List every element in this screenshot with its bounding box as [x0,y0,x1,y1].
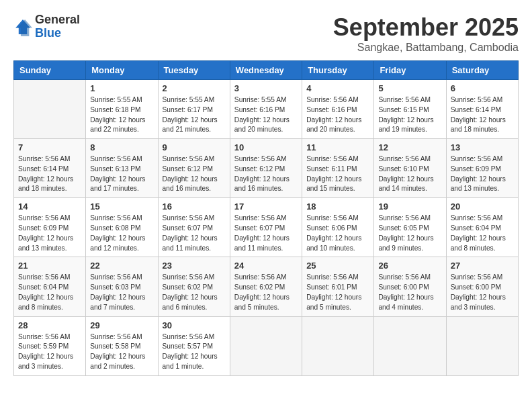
day-info: Sunrise: 5:56 AM Sunset: 6:00 PM Dayligh… [451,273,514,312]
day-header-saturday: Saturday [446,61,518,80]
calendar-cell: 17Sunrise: 5:56 AM Sunset: 6:07 PM Dayli… [230,198,302,257]
day-info: Sunrise: 5:56 AM Sunset: 6:00 PM Dayligh… [378,273,441,312]
day-number: 12 [378,142,441,152]
calendar-cell: 21Sunrise: 5:56 AM Sunset: 6:04 PM Dayli… [14,257,86,316]
calendar-cell: 27Sunrise: 5:56 AM Sunset: 6:00 PM Dayli… [446,257,518,316]
day-number: 26 [378,261,441,271]
day-number: 15 [90,201,153,212]
calendar-cell: 20Sunrise: 5:56 AM Sunset: 6:04 PM Dayli… [446,198,518,257]
day-info: Sunrise: 5:56 AM Sunset: 5:57 PM Dayligh… [163,332,226,372]
day-number: 21 [18,261,81,271]
day-info: Sunrise: 5:56 AM Sunset: 6:06 PM Dayligh… [306,214,369,253]
title-area: September 2025 Sangkae, Battambang, Camb… [333,13,519,54]
calendar-cell: 25Sunrise: 5:56 AM Sunset: 6:01 PM Dayli… [302,257,374,316]
day-number: 7 [18,142,81,152]
day-number: 23 [163,261,226,271]
day-header-wednesday: Wednesday [230,61,302,80]
day-info: Sunrise: 5:56 AM Sunset: 5:59 PM Dayligh… [18,332,81,372]
calendar-cell [374,316,446,375]
calendar-header-row: SundayMondayTuesdayWednesdayThursdayFrid… [14,61,519,80]
day-number: 1 [90,83,153,93]
day-info: Sunrise: 5:56 AM Sunset: 6:09 PM Dayligh… [451,154,514,194]
day-info: Sunrise: 5:56 AM Sunset: 6:11 PM Dayligh… [306,154,369,194]
day-number: 22 [90,261,153,271]
day-number: 4 [306,83,369,93]
day-info: Sunrise: 5:56 AM Sunset: 6:01 PM Dayligh… [306,273,369,312]
day-number: 16 [163,201,226,212]
calendar-week-4: 21Sunrise: 5:56 AM Sunset: 6:04 PM Dayli… [14,257,519,316]
day-info: Sunrise: 5:56 AM Sunset: 6:05 PM Dayligh… [378,214,441,253]
day-number: 10 [234,142,298,152]
calendar-cell: 10Sunrise: 5:56 AM Sunset: 6:12 PM Dayli… [230,139,302,198]
day-info: Sunrise: 5:56 AM Sunset: 6:02 PM Dayligh… [234,273,298,312]
day-number: 18 [306,201,369,212]
day-number: 14 [18,201,81,212]
calendar-cell: 22Sunrise: 5:56 AM Sunset: 6:03 PM Dayli… [86,257,158,316]
calendar-cell: 6Sunrise: 5:56 AM Sunset: 6:14 PM Daylig… [446,80,518,139]
calendar-cell: 11Sunrise: 5:56 AM Sunset: 6:11 PM Dayli… [302,139,374,198]
location-subtitle: Sangkae, Battambang, Cambodia [333,42,519,54]
calendar-week-3: 14Sunrise: 5:56 AM Sunset: 6:09 PM Dayli… [14,198,519,257]
day-info: Sunrise: 5:56 AM Sunset: 6:13 PM Dayligh… [90,154,153,194]
day-info: Sunrise: 5:56 AM Sunset: 6:04 PM Dayligh… [451,214,514,253]
month-title: September 2025 [333,13,519,42]
calendar-table: SundayMondayTuesdayWednesdayThursdayFrid… [13,60,519,376]
day-info: Sunrise: 5:56 AM Sunset: 6:07 PM Dayligh… [234,214,298,253]
calendar-cell: 9Sunrise: 5:56 AM Sunset: 6:12 PM Daylig… [158,139,230,198]
day-info: Sunrise: 5:55 AM Sunset: 6:16 PM Dayligh… [234,95,298,135]
day-number: 9 [163,142,226,152]
day-info: Sunrise: 5:56 AM Sunset: 6:14 PM Dayligh… [18,154,81,194]
calendar-cell: 4Sunrise: 5:56 AM Sunset: 6:16 PM Daylig… [302,80,374,139]
calendar-cell: 12Sunrise: 5:56 AM Sunset: 6:10 PM Dayli… [374,139,446,198]
calendar-week-2: 7Sunrise: 5:56 AM Sunset: 6:14 PM Daylig… [14,139,519,198]
day-header-monday: Monday [86,61,158,80]
day-number: 2 [163,83,226,93]
day-number: 3 [234,83,298,93]
day-number: 25 [306,261,369,271]
day-number: 20 [451,201,514,212]
day-info: Sunrise: 5:56 AM Sunset: 6:15 PM Dayligh… [378,95,441,135]
day-number: 13 [451,142,514,152]
calendar-cell: 23Sunrise: 5:56 AM Sunset: 6:02 PM Dayli… [158,257,230,316]
day-info: Sunrise: 5:56 AM Sunset: 6:04 PM Dayligh… [18,273,81,312]
logo-icon [13,17,32,36]
logo: General Blue [13,13,80,40]
day-info: Sunrise: 5:55 AM Sunset: 6:17 PM Dayligh… [163,95,226,135]
calendar-cell: 18Sunrise: 5:56 AM Sunset: 6:06 PM Dayli… [302,198,374,257]
calendar-cell [230,316,302,375]
day-header-friday: Friday [374,61,446,80]
calendar-cell [302,316,374,375]
calendar-cell: 7Sunrise: 5:56 AM Sunset: 6:14 PM Daylig… [14,139,86,198]
day-number: 11 [306,142,369,152]
calendar-cell: 1Sunrise: 5:55 AM Sunset: 6:18 PM Daylig… [86,80,158,139]
calendar-cell: 15Sunrise: 5:56 AM Sunset: 6:08 PM Dayli… [86,198,158,257]
day-number: 8 [90,142,153,152]
day-number: 17 [234,201,298,212]
day-info: Sunrise: 5:56 AM Sunset: 6:10 PM Dayligh… [378,154,441,194]
day-info: Sunrise: 5:56 AM Sunset: 6:14 PM Dayligh… [451,95,514,135]
day-info: Sunrise: 5:56 AM Sunset: 6:07 PM Dayligh… [163,214,226,253]
day-info: Sunrise: 5:55 AM Sunset: 6:18 PM Dayligh… [90,95,153,135]
calendar-week-5: 28Sunrise: 5:56 AM Sunset: 5:59 PM Dayli… [14,316,519,375]
day-header-sunday: Sunday [14,61,86,80]
day-number: 24 [234,261,298,271]
day-number: 27 [451,261,514,271]
calendar-cell: 29Sunrise: 5:56 AM Sunset: 5:58 PM Dayli… [86,316,158,375]
day-info: Sunrise: 5:56 AM Sunset: 6:12 PM Dayligh… [163,154,226,194]
day-info: Sunrise: 5:56 AM Sunset: 6:02 PM Dayligh… [163,273,226,312]
calendar-cell: 8Sunrise: 5:56 AM Sunset: 6:13 PM Daylig… [86,139,158,198]
day-number: 29 [90,320,153,330]
calendar-cell: 26Sunrise: 5:56 AM Sunset: 6:00 PM Dayli… [374,257,446,316]
calendar-week-1: 1Sunrise: 5:55 AM Sunset: 6:18 PM Daylig… [14,80,519,139]
calendar-cell: 3Sunrise: 5:55 AM Sunset: 6:16 PM Daylig… [230,80,302,139]
calendar-cell: 30Sunrise: 5:56 AM Sunset: 5:57 PM Dayli… [158,316,230,375]
day-number: 19 [378,201,441,212]
day-header-thursday: Thursday [302,61,374,80]
calendar-cell [446,316,518,375]
day-number: 6 [451,83,514,93]
day-info: Sunrise: 5:56 AM Sunset: 6:09 PM Dayligh… [18,214,81,253]
calendar-cell: 14Sunrise: 5:56 AM Sunset: 6:09 PM Dayli… [14,198,86,257]
day-number: 30 [163,320,226,330]
logo-general-text: General [35,13,80,26]
calendar-cell: 28Sunrise: 5:56 AM Sunset: 5:59 PM Dayli… [14,316,86,375]
